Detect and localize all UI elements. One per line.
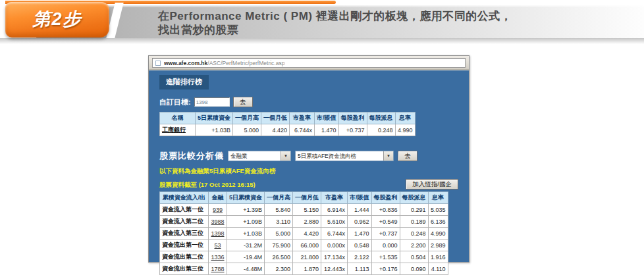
cell-month-high: 26.500 <box>265 251 293 263</box>
cell-month-high: 3.110 <box>265 216 293 228</box>
cell-eps: +0.836 <box>371 204 400 216</box>
cell-dps: 0.248 <box>367 124 395 136</box>
cell-pb: 1.444 <box>348 204 372 216</box>
cell-dps: 0.189 <box>400 216 428 228</box>
stock-code-link[interactable]: 1336 <box>209 251 227 263</box>
stock-code-link[interactable]: 3988 <box>209 216 227 228</box>
page-content: 進階排行榜 自訂目標: 去 名稱 5日累積資金 一個月高 一個月低 市盈率 市/… <box>149 70 469 262</box>
cell-dps: 0.291 <box>400 204 428 216</box>
address-bar[interactable]: www.afe.com.hk/ASC/PerfMetric/perfMetric… <box>152 58 466 68</box>
col-name: 名稱 <box>160 113 196 124</box>
cell-yield: 4.990 <box>395 124 415 136</box>
url-path: /ASC/PerfMetric/perfMetric.asp <box>207 60 284 66</box>
url-host: www.afe.com.hk <box>164 60 207 66</box>
cell-dps: 0.248 <box>400 228 428 240</box>
page-title: 進階排行榜 <box>159 75 209 89</box>
stock-code-link[interactable]: 53 <box>209 240 227 251</box>
cell-eps: +1.535 <box>371 251 400 263</box>
flow-rank-label: 資金流出第二位 <box>160 251 209 263</box>
col-code: 金融 <box>209 192 227 204</box>
cell-5day-fund: +1.03B <box>196 124 233 136</box>
table-header-row: 累積資金流入/出 金融 5日累積資金 一個月高 一個月低 市盈率 市/賬值 每股… <box>160 192 448 204</box>
fund-flow-table: 累積資金流入/出 金融 5日累積資金 一個月高 一個月低 市盈率 市/賬值 每股… <box>159 191 448 275</box>
instruction-line1: 在Performance Metric ( PM) 裡選出剛才的板塊，應用不同的… <box>158 9 512 23</box>
banner-bar: 在Performance Metric ( PM) 裡選出剛才的板塊，應用不同的… <box>36 5 644 38</box>
cell-pb: 1.470 <box>348 228 372 240</box>
table-row-inflow-1: 資金流入第一位 939 +1.39B 5.840 5.150 6.914x 1.… <box>160 204 448 216</box>
col-pb: 市/賬值 <box>315 113 339 124</box>
cell-month-high: 5.000 <box>233 124 261 136</box>
col-month-high: 一個月高 <box>233 113 261 124</box>
col-dps: 每股派息 <box>400 192 428 204</box>
flow-rank-label: 資金流入第一位 <box>160 204 209 216</box>
col-month-low: 一個月低 <box>293 192 321 204</box>
col-flow-rank: 累積資金流入/出 <box>160 192 209 204</box>
cell-yield: 6.136 <box>428 216 448 228</box>
chevron-down-icon: ▼ <box>383 151 393 161</box>
data-asof-row: 股票資料截至 (17 Oct 2012 16:15) 加入恆指/國企 <box>159 179 458 190</box>
col-dps: 每股派息 <box>367 113 395 124</box>
flow-rank-label: 資金流出第一位 <box>160 240 209 251</box>
chevron-down-icon: ▼ <box>281 151 290 161</box>
col-pe: 市盈率 <box>321 192 348 204</box>
cell-5day-fund: +1.39B <box>227 204 265 216</box>
metric-select[interactable]: 5日累積AFE資金流向榜 ▼ <box>295 151 394 161</box>
custom-target-label: 自訂目標: <box>159 97 191 107</box>
flow-rank-label: 資金流出第三位 <box>160 263 209 275</box>
stock-code-link[interactable]: 939 <box>209 204 227 216</box>
custom-target-input[interactable] <box>194 97 230 107</box>
col-pb: 市/賬值 <box>348 192 372 204</box>
table-row-outflow-2: 資金流出第二位 1336 -19.4M 26.500 21.800 17.134… <box>160 251 448 263</box>
stock-code-link[interactable]: 1788 <box>209 263 227 275</box>
cell-month-high: 5.840 <box>265 204 293 216</box>
cell-pe: 5.610x <box>321 216 348 228</box>
cell-eps: 0.000 <box>371 240 400 251</box>
table-header-row: 名稱 5日累積資金 一個月高 一個月低 市盈率 市/賬值 每股盈利 每股派息 息… <box>160 113 416 124</box>
cell-month-low: 66.000 <box>293 240 321 251</box>
cell-month-high: 75.900 <box>265 240 293 251</box>
stock-code-link[interactable]: 1398 <box>209 228 227 240</box>
sector-selected-value: 金融業 <box>228 151 250 161</box>
table-row-outflow-1: 資金流出第一位 53 -31.2M 75.900 66.000 0.000x 0… <box>160 240 448 251</box>
cell-5day-fund: -19.4M <box>227 251 265 263</box>
cell-month-low: 1.870 <box>293 263 321 275</box>
add-index-button[interactable]: 加入恆指/國企 <box>406 179 458 190</box>
page-icon <box>155 61 161 66</box>
analyzer-label: 股票比較分析儀 <box>159 150 224 162</box>
cell-eps: +0.549 <box>371 216 400 228</box>
url-text: www.afe.com.hk/ASC/PerfMetric/perfMetric… <box>164 60 284 66</box>
cell-yield: 4.990 <box>428 228 448 240</box>
cell-month-low: 4.420 <box>293 228 321 240</box>
cell-pe: 6.744x <box>290 124 315 136</box>
col-yield: 息率 <box>428 192 448 204</box>
table-row: 工商銀行 +1.03B 5.000 4.420 6.744x 1.470 +0.… <box>160 124 416 136</box>
target-go-button[interactable]: 去 <box>233 97 253 107</box>
analyzer-go-button[interactable]: 去 <box>398 151 417 161</box>
cell-pe: 17.134x <box>321 251 348 263</box>
custom-target-row: 自訂目標: 去 <box>159 97 458 107</box>
cell-pb: 0.548 <box>348 240 372 251</box>
cell-pb: 1.113 <box>348 263 372 275</box>
flow-rank-label: 資金流入第三位 <box>160 228 209 240</box>
table-row-inflow-3: 資金流入第三位 1398 +1.03B 5.000 4.420 6.744x 1… <box>160 228 448 240</box>
cell-5day-fund: -31.2M <box>227 240 265 251</box>
cell-yield: 5.035 <box>428 204 448 216</box>
cell-month-high: 2.300 <box>265 263 293 275</box>
col-5day-fund: 5日累積資金 <box>196 113 233 124</box>
step-badge: 第2步 <box>5 2 109 38</box>
metric-selected-value: 5日累積AFE資金流向榜 <box>296 151 358 161</box>
cell-eps: +0.737 <box>371 228 400 240</box>
col-pe: 市盈率 <box>290 113 315 124</box>
browser-window: www.afe.com.hk/ASC/PerfMetric/perfMetric… <box>148 55 470 263</box>
cell-yield: 4.110 <box>428 263 448 275</box>
col-5day-fund: 5日累積資金 <box>227 192 265 204</box>
stock-name-link[interactable]: 工商銀行 <box>160 124 196 136</box>
sector-select[interactable]: 金融業 ▼ <box>228 151 291 161</box>
col-month-high: 一個月高 <box>265 192 293 204</box>
cell-pb: 2.122 <box>348 251 372 263</box>
flow-rank-label: 資金流入第二位 <box>160 216 209 228</box>
cell-pb: 1.470 <box>315 124 339 136</box>
cell-eps: +0.737 <box>338 124 367 136</box>
cell-5day-fund: -4.48M <box>227 263 265 275</box>
data-asof-text: 股票資料截至 (17 Oct 2012 16:15) <box>159 181 255 190</box>
